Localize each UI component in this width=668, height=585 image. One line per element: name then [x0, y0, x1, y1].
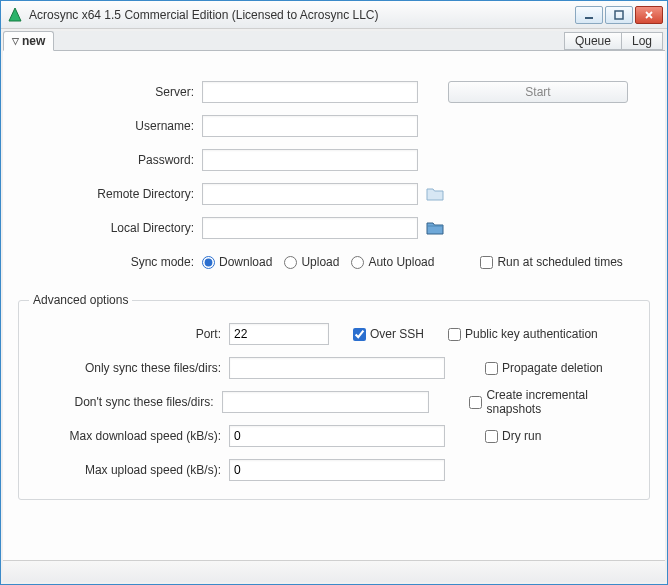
username-label: Username: [18, 119, 202, 133]
auto-upload-radio[interactable]: Auto Upload [351, 255, 434, 269]
only-sync-label: Only sync these files/dirs: [29, 361, 229, 375]
svg-rect-2 [615, 11, 623, 19]
start-button[interactable]: Start [448, 81, 628, 103]
remote-dir-input[interactable] [202, 183, 418, 205]
window-title: Acrosync x64 1.5 Commercial Edition (Lic… [29, 8, 575, 22]
password-label: Password: [18, 153, 202, 167]
minimize-button[interactable] [575, 6, 603, 24]
dry-run-checkbox[interactable]: Dry run [485, 429, 541, 443]
remote-dir-label: Remote Directory: [18, 187, 202, 201]
status-bar [3, 560, 665, 582]
svg-marker-0 [9, 8, 21, 21]
titlebar: Acrosync x64 1.5 Commercial Edition (Lic… [1, 1, 667, 29]
scheduled-checkbox[interactable]: Run at scheduled times [480, 255, 622, 269]
password-input[interactable] [202, 149, 418, 171]
app-icon [7, 7, 23, 23]
maximize-button[interactable] [605, 6, 633, 24]
pubkey-checkbox[interactable]: Public key authentication [448, 327, 598, 341]
tab-new-label: new [22, 34, 45, 48]
local-folder-icon[interactable] [424, 217, 446, 239]
over-ssh-checkbox[interactable]: Over SSH [353, 327, 424, 341]
main-panel: Server: Start Username: Password: Remote… [3, 51, 665, 560]
max-ul-label: Max upload speed (kB/s): [29, 463, 229, 477]
local-dir-input[interactable] [202, 217, 418, 239]
max-dl-input[interactable] [229, 425, 445, 447]
server-label: Server: [18, 85, 202, 99]
sync-mode-label: Sync mode: [18, 255, 202, 269]
port-input[interactable] [229, 323, 329, 345]
advanced-options: Advanced options Port: Over SSH Public k… [18, 293, 650, 500]
close-button[interactable] [635, 6, 663, 24]
dont-sync-input[interactable] [222, 391, 430, 413]
upload-radio[interactable]: Upload [284, 255, 339, 269]
download-radio[interactable]: Download [202, 255, 272, 269]
dont-sync-label: Don't sync these files/dirs: [29, 395, 222, 409]
tab-bar: ▽ new Queue Log [3, 31, 665, 51]
port-label: Port: [29, 327, 229, 341]
svg-rect-1 [585, 17, 593, 19]
local-dir-label: Local Directory: [18, 221, 202, 235]
tab-new[interactable]: ▽ new [3, 31, 54, 51]
advanced-legend: Advanced options [29, 293, 132, 307]
window-buttons [575, 6, 663, 24]
max-ul-input[interactable] [229, 459, 445, 481]
propagate-checkbox[interactable]: Propagate deletion [485, 361, 603, 375]
log-button[interactable]: Log [621, 32, 663, 50]
username-input[interactable] [202, 115, 418, 137]
queue-button[interactable]: Queue [564, 32, 622, 50]
server-input[interactable] [202, 81, 418, 103]
dropdown-icon: ▽ [12, 36, 19, 46]
only-sync-input[interactable] [229, 357, 445, 379]
snapshots-checkbox[interactable]: Create incremental snapshots [469, 388, 639, 416]
max-dl-label: Max download speed (kB/s): [29, 429, 229, 443]
remote-folder-icon[interactable] [424, 183, 446, 205]
